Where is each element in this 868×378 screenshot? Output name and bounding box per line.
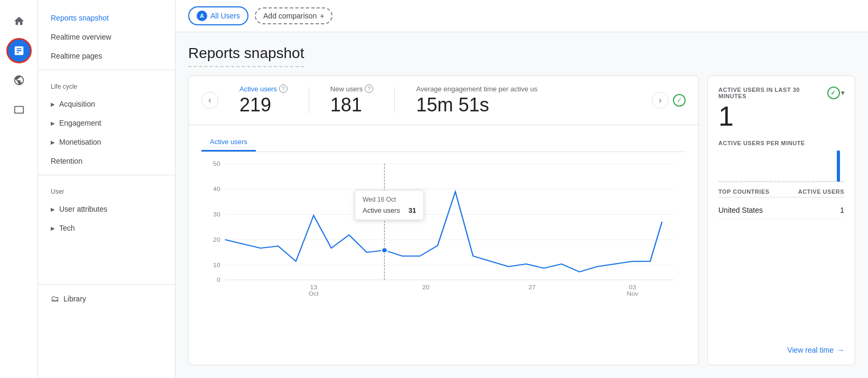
metrics-nav: › ✓ (652, 92, 686, 109)
sidebar-item-user-attributes[interactable]: ▶ User attributes (38, 200, 175, 219)
sidebar-item-realtime-overview[interactable]: Realtime overview (38, 27, 175, 46)
all-users-segment-btn[interactable]: A All Users (188, 6, 248, 25)
sidebar-label-monetisation: Monetisation (59, 138, 101, 146)
check-dropdown-btn[interactable]: ✓ ▾ (827, 87, 845, 99)
svg-text:03: 03 (629, 284, 636, 290)
bar-mini-11 (765, 181, 768, 182)
tooltip-label: Active users (363, 206, 400, 214)
bar-mini-4 (735, 181, 738, 182)
top-countries-label: Top countries (718, 188, 770, 195)
country-name-us: United States (718, 206, 763, 214)
home-icon-btn[interactable] (6, 8, 32, 34)
top-bar: A All Users Add comparison + (176, 0, 868, 32)
main-content: A All Users Add comparison + Reports sna… (176, 0, 868, 378)
svg-point-13 (382, 248, 387, 253)
bar-mini-27 (833, 181, 836, 182)
svg-text:13: 13 (310, 284, 317, 290)
bar-mini-28 (837, 150, 840, 182)
metric-engagement-value: 15m 51s (416, 94, 538, 116)
bar-mini-3 (731, 181, 734, 182)
svg-text:0: 0 (217, 277, 220, 283)
info-icon-active-users[interactable]: ? (279, 84, 288, 93)
tooltip-value: 31 (409, 206, 416, 214)
sidebar-item-realtime-pages[interactable]: Realtime pages (38, 46, 175, 65)
metric-divider-1 (309, 87, 309, 114)
sidebar: Reports snapshot Realtime overview Realt… (38, 0, 176, 378)
add-comparison-btn[interactable]: Add comparison + (255, 7, 333, 24)
right-card-header: Active users in last 30 minutes ✓ ▾ (718, 87, 844, 99)
countries-header: Top countries Active users (718, 188, 844, 197)
arrow-right-icon: → (837, 346, 844, 354)
bar-mini-21 (807, 181, 810, 182)
sidebar-item-reports-snapshot[interactable]: Reports snapshot (38, 8, 175, 27)
chart-tooltip: Wed 16 Oct Active users 31 (355, 190, 424, 220)
bar-mini-24 (820, 181, 823, 182)
metric-engagement-label: Average engagement time per active us (416, 85, 538, 93)
sidebar-divider-2 (38, 175, 175, 175)
svg-text:30: 30 (213, 211, 220, 218)
bar-mini-8 (752, 181, 755, 182)
content-area: Reports snapshot ‹ Active users ? 219 (176, 32, 868, 378)
sidebar-item-monetisation[interactable]: ▶ Monetisation (38, 133, 175, 152)
bar-mini-7 (748, 181, 751, 182)
bar-mini-29 (841, 181, 844, 182)
bar-mini-6 (744, 181, 747, 182)
bar-mini-22 (811, 181, 815, 182)
chevron-right-icon: ▶ (51, 225, 55, 231)
sidebar-divider-3 (38, 284, 175, 285)
folder-icon: 🗂 (51, 294, 59, 304)
bar-mini-17 (790, 181, 793, 182)
bar-mini-20 (803, 181, 806, 182)
sidebar-label-reports-snapshot: Reports snapshot (51, 14, 109, 22)
bar-mini-25 (824, 181, 827, 182)
prev-arrow-btn[interactable]: ‹ (201, 92, 218, 109)
sidebar-label-realtime-overview: Realtime overview (51, 33, 111, 41)
sidebar-divider-1 (38, 70, 175, 70)
next-arrow-btn[interactable]: › (652, 92, 669, 109)
lifecycle-section-label: Life cycle (38, 74, 175, 94)
chart-tab-active-users[interactable]: Active users (201, 134, 256, 152)
line-chart-svg: 50 40 30 20 10 0 (201, 158, 686, 296)
sidebar-label-engagement: Engagement (59, 119, 101, 127)
sidebar-item-retention[interactable]: Retention (38, 152, 175, 171)
svg-text:Nov: Nov (627, 290, 639, 296)
metric-divider-2 (394, 87, 395, 114)
bar-mini-19 (799, 181, 802, 182)
view-realtime-btn[interactable]: View real time → (718, 337, 844, 354)
reports-icon-btn[interactable] (6, 38, 32, 63)
bar-mini-9 (756, 181, 760, 182)
advertising-icon-btn[interactable] (6, 97, 32, 122)
sidebar-item-tech[interactable]: ▶ Tech (38, 219, 175, 238)
sidebar-item-library[interactable]: 🗂 Library (38, 289, 175, 309)
plus-icon: + (320, 12, 324, 20)
metric-engagement: Average engagement time per active us 15… (416, 85, 538, 116)
explore-icon-btn[interactable] (6, 68, 32, 93)
tooltip-row: Active users 31 (363, 206, 416, 214)
info-icon-new-users[interactable]: ? (365, 84, 373, 93)
sidebar-item-engagement[interactable]: ▶ Engagement (38, 114, 175, 133)
realtime-number: 1 (718, 101, 844, 131)
metric-active-users-label: Active users ? (239, 84, 288, 93)
chart-tabs: Active users (201, 134, 686, 152)
country-row-us: United States 1 (718, 202, 844, 219)
content-row: ‹ Active users ? 219 New users ? (188, 75, 855, 365)
bar-mini-2 (727, 181, 730, 182)
page-title: Reports snapshot (188, 45, 304, 67)
main-card: ‹ Active users ? 219 New users ? (188, 75, 699, 365)
svg-text:40: 40 (213, 186, 220, 192)
sidebar-item-acquisition[interactable]: ▶ Acquisition (38, 94, 175, 114)
icon-bar (0, 0, 38, 378)
bar-mini-23 (816, 181, 819, 182)
bar-mini-15 (782, 181, 785, 182)
chart-area: Active users 50 (189, 125, 698, 365)
metrics-row: ‹ Active users ? 219 New users ? (189, 76, 698, 125)
svg-text:20: 20 (422, 284, 430, 290)
sidebar-label-tech: Tech (59, 224, 75, 232)
svg-text:Oct: Oct (309, 290, 319, 296)
sidebar-label-retention: Retention (51, 157, 82, 165)
add-comparison-label: Add comparison (263, 12, 317, 20)
dropdown-arrow-icon: ▾ (841, 89, 845, 97)
chart-svg-container: 50 40 30 20 10 0 (201, 158, 686, 306)
segment-letter: A (197, 11, 207, 21)
user-section-label: User (38, 179, 175, 200)
